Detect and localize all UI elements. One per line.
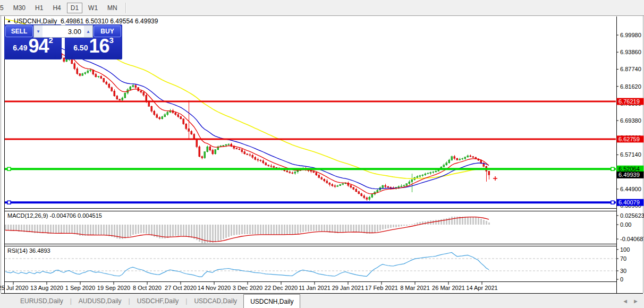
svg-text:1 Sep 2020: 1 Sep 2020 xyxy=(65,285,95,291)
buy-price-pip: 3 xyxy=(109,36,113,45)
svg-text:6.57140: 6.57140 xyxy=(620,151,641,158)
timeframe-button-h4[interactable]: H4 xyxy=(49,3,64,13)
svg-text:0.025623: 0.025623 xyxy=(620,212,644,219)
svg-text:29 Jan 2021: 29 Jan 2021 xyxy=(332,285,365,291)
tab-usdcnh[interactable]: USDCNH,Daily xyxy=(243,294,300,308)
svg-text:25 Jul 2020: 25 Jul 2020 xyxy=(0,285,28,291)
chart-window: 6.999806.938606.877406.816206.755006.693… xyxy=(0,16,644,308)
sell-price-big: 94 xyxy=(28,35,48,57)
current-price-label: 6.49939 xyxy=(617,172,644,178)
svg-text:6.49939: 6.49939 xyxy=(618,172,640,178)
svg-text:19 Sep 2020: 19 Sep 2020 xyxy=(97,285,130,291)
one-click-trading-panel: SELL 6.49942 BUY 6.50163 ▼ ▲ xyxy=(4,24,122,59)
svg-text:0: 0 xyxy=(620,276,623,283)
support-line-blue-price-label: 6.40079 xyxy=(617,199,644,206)
svg-text:6.93860: 6.93860 xyxy=(620,49,641,55)
ohlc-quote: 6.49861 6.50310 6.49554 6.49939 xyxy=(61,18,158,25)
volume-increase-button[interactable]: ▲ xyxy=(84,25,92,37)
chart-canvas[interactable]: 6.999806.938606.877406.816206.755006.693… xyxy=(0,16,644,308)
svg-text:27 Oct 2020: 27 Oct 2020 xyxy=(165,285,197,291)
svg-text:6.99980: 6.99980 xyxy=(620,32,641,38)
svg-text:6.81620: 6.81620 xyxy=(620,83,641,90)
nav-right-arrow[interactable]: ► xyxy=(633,298,639,304)
support-line-blue-handle[interactable] xyxy=(7,201,11,204)
sell-price-small: 6.49 xyxy=(13,44,27,52)
svg-text:26 Mar 2021: 26 Mar 2021 xyxy=(432,285,465,291)
timeframe-button-d1[interactable]: D1 xyxy=(67,3,82,13)
timeframe-button-5[interactable]: 5 xyxy=(0,3,7,13)
support-line-blue-handle[interactable] xyxy=(611,201,614,204)
rsi-axis[interactable]: 10070300 xyxy=(616,246,630,283)
svg-text:6.76219: 6.76219 xyxy=(618,98,640,105)
resistance-line-2-price-label: 6.62759 xyxy=(617,135,644,142)
chart-tabbar: EURUSD,Daily|AUDUSD,Daily|USDCHF,Daily|U… xyxy=(0,294,644,308)
svg-text:70: 70 xyxy=(620,255,626,262)
svg-text:6.87740: 6.87740 xyxy=(620,66,641,72)
timeframe-button-mn[interactable]: MN xyxy=(104,3,121,13)
svg-text:-0.040687: -0.040687 xyxy=(620,236,644,242)
date-axis[interactable]: 25 Jul 202013 Aug 20201 Sep 202019 Sep 2… xyxy=(0,282,498,291)
svg-text:8 Oct 2020: 8 Oct 2020 xyxy=(133,285,162,291)
sell-price-display: 6.49942 xyxy=(4,35,62,57)
rsi-level-lines xyxy=(5,259,616,271)
volume-spinner: ▼ ▲ xyxy=(33,25,93,38)
macd-axis[interactable]: 0.0256230.00-0.040687 xyxy=(616,212,644,242)
tab-audusd[interactable]: AUDUSD,Daily xyxy=(72,294,128,308)
buy-price-big: 16 xyxy=(89,35,109,57)
svg-text:100: 100 xyxy=(620,246,630,253)
nav-left-arrow[interactable]: ◄ xyxy=(622,298,628,304)
buy-price-small: 6.50 xyxy=(73,44,88,52)
svg-text:6.69380: 6.69380 xyxy=(620,117,641,124)
tab-usdcad[interactable]: USDCAD,Daily xyxy=(188,294,243,308)
volume-decrease-button[interactable]: ▼ xyxy=(34,25,43,37)
svg-text:14 Apr 2021: 14 Apr 2021 xyxy=(466,285,497,291)
svg-text:3 Dec 2020: 3 Dec 2020 xyxy=(233,285,262,291)
timeframe-button-h1[interactable]: H1 xyxy=(31,3,47,13)
support-line-green-handle[interactable] xyxy=(7,167,11,170)
svg-text:30: 30 xyxy=(620,268,626,274)
svg-text:0.00: 0.00 xyxy=(620,221,631,228)
buy-price-display: 6.50163 xyxy=(65,35,122,57)
support-line-green-handle[interactable] xyxy=(611,167,614,170)
sell-arrow-marker xyxy=(493,176,497,181)
svg-text:13 Aug 2020: 13 Aug 2020 xyxy=(30,285,63,291)
svg-text:8 Mar 2021: 8 Mar 2021 xyxy=(400,285,430,291)
macd-indicator-label: MACD(12,26,9) -0.004706 0.004515 xyxy=(7,212,104,219)
svg-text:14 Nov 2020: 14 Nov 2020 xyxy=(198,285,231,291)
symbol-label: USDCNH,Daily xyxy=(14,18,57,25)
svg-text:17 Feb 2021: 17 Feb 2021 xyxy=(365,285,398,291)
rsi-indicator-label: RSI(14) 36.4893 xyxy=(7,247,53,254)
timeframe-button-m30[interactable]: M30 xyxy=(10,3,29,13)
chart-title: ▲USDCNH,Daily 6.49861 6.50310 6.49554 6.… xyxy=(7,18,158,25)
svg-text:6.44900: 6.44900 xyxy=(620,186,641,192)
rsi-line xyxy=(5,253,489,277)
tab-eurusd[interactable]: EURUSD,Daily xyxy=(14,294,70,308)
toolbar-separator xyxy=(125,3,126,13)
svg-text:6.40079: 6.40079 xyxy=(618,199,640,206)
svg-text:6.62759: 6.62759 xyxy=(618,136,640,142)
macd-histogram xyxy=(5,217,490,244)
volume-input[interactable] xyxy=(43,25,84,37)
tab-scroll-arrows: ◄► xyxy=(622,294,644,308)
svg-text:22 Dec 2020: 22 Dec 2020 xyxy=(265,285,298,291)
resistance-line-1-price-label: 6.76219 xyxy=(617,98,644,105)
timeframe-button-w1[interactable]: W1 xyxy=(84,3,101,13)
collapse-icon[interactable]: ▲ xyxy=(7,19,11,23)
timeframe-toolbar: 5M30H1H4D1W1MN xyxy=(0,0,644,16)
price-axis[interactable]: 6.999806.938606.877406.816206.755006.693… xyxy=(616,32,641,209)
svg-text:11 Jan 2021: 11 Jan 2021 xyxy=(299,285,331,291)
tab-usdchf[interactable]: USDCHF,Daily xyxy=(131,294,185,308)
